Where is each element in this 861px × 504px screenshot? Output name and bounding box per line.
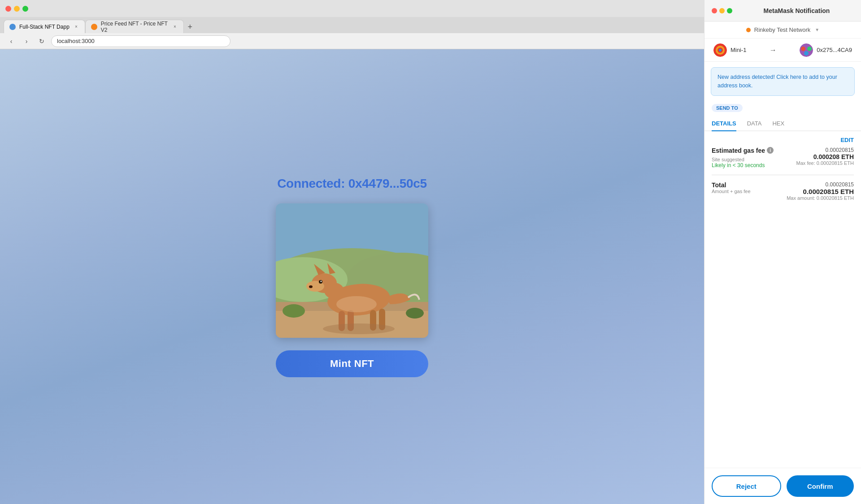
metamask-details-content: EDIT Estimated gas fee i Site suggested … bbox=[704, 131, 861, 206]
metamask-title: MetaMask Notification bbox=[739, 7, 854, 14]
total-left: Total Amount + gas fee bbox=[712, 181, 751, 194]
metamask-tabs: DETAILS DATA HEX bbox=[704, 116, 861, 131]
svg-point-28 bbox=[801, 47, 805, 51]
connected-address: Connected: 0x4479...50c5 bbox=[277, 177, 427, 191]
back-button[interactable]: ‹ bbox=[5, 35, 17, 47]
metamask-network-bar[interactable]: Rinkeby Test Network ▼ bbox=[704, 22, 861, 39]
svg-point-16 bbox=[309, 285, 313, 288]
mm-maximize-button[interactable] bbox=[727, 8, 732, 13]
confirm-button[interactable]: Confirm bbox=[787, 475, 854, 497]
reload-button[interactable]: ↻ bbox=[36, 35, 48, 47]
tab-nft-dapp[interactable]: Full-Stack NFT Dapp × bbox=[4, 20, 85, 33]
minimize-button[interactable] bbox=[14, 6, 20, 12]
divider bbox=[712, 175, 854, 175]
gas-fee-info-icon[interactable]: i bbox=[767, 147, 774, 154]
tab-close-nft-dapp[interactable]: × bbox=[73, 24, 79, 30]
tab-icon-nft-dapp bbox=[9, 24, 16, 30]
tab-close-price-feed[interactable]: × bbox=[172, 24, 178, 30]
tab-details[interactable]: DETAILS bbox=[712, 116, 736, 131]
metamask-alert-banner[interactable]: New address detected! Click here to add … bbox=[711, 67, 855, 96]
main-content: Connected: 0x4479...50c5 bbox=[0, 49, 704, 504]
metamask-panel: MetaMask Notification Rinkeby Test Netwo… bbox=[704, 0, 861, 504]
url-bar[interactable]: localhost:3000 bbox=[51, 35, 230, 47]
site-suggested: Site suggested Likely in < 30 seconds bbox=[712, 157, 774, 168]
tab-hex[interactable]: HEX bbox=[772, 116, 784, 131]
from-avatar-icon bbox=[713, 43, 727, 57]
svg-point-7 bbox=[406, 308, 424, 319]
gas-fee-section: Estimated gas fee i Site suggested Likel… bbox=[712, 147, 854, 168]
amount-gas-label: Amount + gas fee bbox=[712, 189, 751, 194]
gas-fee-label: Estimated gas fee i bbox=[712, 147, 774, 154]
total-max-value: Max amount: 0.00020815 ETH bbox=[787, 195, 854, 201]
new-tab-button[interactable]: + bbox=[184, 21, 196, 33]
close-button[interactable] bbox=[5, 6, 11, 12]
tab-data[interactable]: DATA bbox=[747, 116, 762, 131]
mm-close-button[interactable] bbox=[712, 8, 717, 13]
to-avatar-icon bbox=[800, 43, 813, 57]
url-text: localhost:3000 bbox=[57, 38, 95, 44]
gas-fee-max-value: Max fee: 0.00020815 ETH bbox=[796, 160, 854, 166]
gas-fee-left: Estimated gas fee i Site suggested Likel… bbox=[712, 147, 774, 168]
nft-image-container bbox=[276, 203, 428, 338]
forward-button[interactable]: › bbox=[21, 35, 32, 47]
address-bar-row: ‹ › ↻ localhost:3000 bbox=[0, 33, 704, 49]
chevron-down-icon: ▼ bbox=[815, 27, 819, 32]
to-account: 0x275...4CA9 bbox=[800, 43, 852, 57]
total-values: 0.00020815 0.00020815 ETH Max amount: 0.… bbox=[787, 181, 854, 201]
network-name: Rinkeby Test Network bbox=[754, 26, 810, 33]
svg-point-15 bbox=[321, 280, 322, 282]
send-to-bar: SEND TO bbox=[704, 101, 861, 115]
from-account: Mini-1 bbox=[713, 43, 746, 57]
likely-time-label: Likely in < 30 seconds bbox=[712, 162, 774, 168]
tab-price-feed[interactable]: Price Feed NFT - Price NFT V2 × bbox=[85, 20, 184, 33]
total-section: Total Amount + gas fee 0.00020815 0.0002… bbox=[712, 181, 854, 201]
total-label: Total bbox=[712, 181, 751, 189]
network-dot-icon bbox=[746, 28, 751, 32]
gas-fee-values: 0.00020815 0.000208 ETH Max fee: 0.00020… bbox=[796, 147, 854, 166]
metamask-action-buttons: Reject Confirm bbox=[704, 468, 861, 504]
reject-button[interactable]: Reject bbox=[712, 475, 781, 497]
maximize-button[interactable] bbox=[22, 6, 28, 12]
nft-image bbox=[276, 203, 428, 338]
edit-link[interactable]: EDIT bbox=[712, 137, 854, 143]
tab-label-price-feed: Price Feed NFT - Price NFT V2 bbox=[101, 21, 168, 33]
mm-minimize-button[interactable] bbox=[719, 8, 725, 13]
total-eth-value: 0.00020815 ETH bbox=[787, 188, 854, 195]
tab-label-nft-dapp: Full-Stack NFT Dapp bbox=[19, 24, 70, 30]
from-account-avatar bbox=[713, 43, 727, 57]
metamask-titlebar: MetaMask Notification bbox=[704, 0, 861, 22]
svg-point-30 bbox=[804, 51, 809, 56]
from-account-name: Mini-1 bbox=[731, 47, 746, 53]
to-account-avatar bbox=[800, 43, 813, 57]
svg-point-29 bbox=[807, 47, 812, 51]
total-primary-value: 0.00020815 bbox=[787, 181, 854, 188]
svg-point-21 bbox=[336, 296, 377, 312]
svg-point-6 bbox=[283, 304, 305, 318]
mint-nft-button[interactable]: Mint NFT bbox=[276, 350, 428, 377]
metamask-accounts-bar: Mini-1 → 0x275...4CA9 bbox=[704, 39, 861, 62]
gas-fee-primary-value: 0.00020815 bbox=[796, 147, 854, 153]
transfer-arrow-icon: → bbox=[770, 46, 777, 54]
site-suggested-label: Site suggested bbox=[712, 157, 774, 162]
traffic-lights bbox=[5, 6, 28, 12]
svg-point-22 bbox=[323, 323, 395, 334]
mm-traffic-lights bbox=[712, 8, 732, 13]
tab-icon-price-feed bbox=[91, 24, 97, 30]
to-account-address: 0x275...4CA9 bbox=[817, 47, 852, 53]
gas-fee-eth-value: 0.000208 ETH bbox=[796, 153, 854, 160]
send-to-label: SEND TO bbox=[712, 104, 743, 112]
svg-point-26 bbox=[719, 49, 722, 52]
